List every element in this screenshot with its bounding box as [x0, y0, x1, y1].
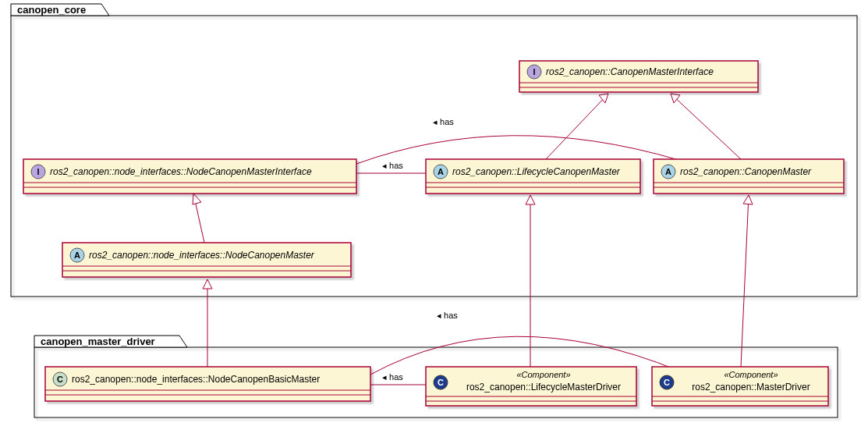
stereo-cmi: I [533, 67, 535, 76]
stereo-md: C [664, 378, 670, 387]
arrow-lmd-lcm [526, 195, 535, 204]
class-ncmi-name: ros2_canopen::node_interfaces::NodeCanop… [50, 166, 312, 177]
stereo-ncbm: C [57, 375, 63, 384]
class-nodecanopenmaster: A ros2_canopen::node_interfaces::NodeCan… [62, 243, 351, 277]
rel-lcm-cmi [546, 94, 608, 159]
class-lmd-name: ros2_canopen::LifecycleMasterDriver [466, 382, 621, 393]
rel-cm-cmi [671, 94, 741, 159]
class-lifecyclecanopenmaster: A ros2_canopen::LifecycleCanopenMaster [426, 159, 640, 194]
package-driver-label: canopen_master_driver [41, 336, 155, 347]
class-lmd-stereo: «Component» [516, 370, 570, 379]
stereo-ncmi: I [37, 167, 39, 176]
class-canopenmaster: A ros2_canopen::CanopenMaster [654, 159, 844, 194]
class-nodecanopenmasterinterface: I ros2_canopen::node_interfaces::NodeCan… [23, 159, 356, 194]
rel-md-cm [741, 195, 749, 367]
rel-label-md-ncbm: ◂ has [437, 311, 458, 320]
class-md-name: ros2_canopen::MasterDriver [692, 382, 810, 393]
stereo-lmd: C [438, 378, 444, 387]
class-nodecanopenbasicmaster: C ros2_canopen::node_interfaces::NodeCan… [45, 367, 370, 401]
rel-label-lmd-ncbm: ◂ has [382, 372, 403, 382]
rel-label-lcm-ncmi: ◂ has [382, 161, 403, 170]
package-core-label: canopen_core [17, 4, 86, 16]
arrow-ncbm-ncm [203, 279, 212, 289]
stereo-ncm: A [74, 250, 80, 260]
class-masterdriver: C «Component» ros2_canopen::MasterDriver [652, 367, 828, 406]
class-ncbm-name: ros2_canopen::node_interfaces::NodeCanop… [72, 374, 320, 385]
class-md-stereo: «Component» [724, 370, 778, 379]
stereo-cm: A [665, 167, 671, 176]
class-cm-name: ros2_canopen::CanopenMaster [680, 166, 812, 177]
arrow-md-cm [743, 195, 753, 204]
rel-label-cm-ncmi: ◂ has [433, 117, 454, 126]
class-cmi-name: ros2_canopen::CanopenMasterInterface [546, 66, 714, 77]
stereo-lcm: A [438, 167, 444, 176]
arrow-ncm-ncmi [193, 194, 201, 204]
class-lcm-name: ros2_canopen::LifecycleCanopenMaster [452, 166, 621, 177]
class-lifecyclemasterdriver: C «Component» ros2_canopen::LifecycleMas… [426, 367, 636, 406]
class-ncm-name: ros2_canopen::node_interfaces::NodeCanop… [89, 250, 315, 261]
class-canopenmasterinterface: I ros2_canopen::CanopenMasterInterface [519, 61, 758, 92]
